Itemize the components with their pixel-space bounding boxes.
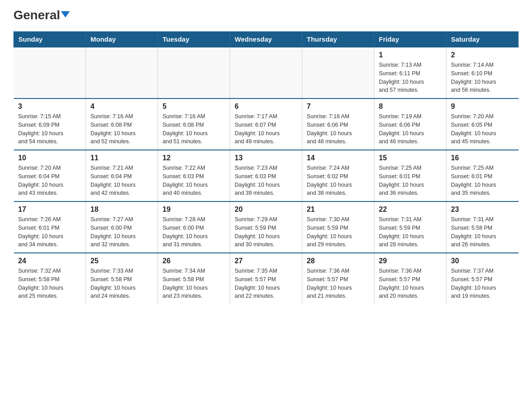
day-number: 10 bbox=[18, 154, 82, 162]
day-info: Sunrise: 7:30 AM Sunset: 5:59 PM Dayligh… bbox=[307, 215, 369, 249]
day-number: 21 bbox=[307, 206, 369, 214]
weekday-header-row: SundayMondayTuesdayWednesdayThursdayFrid… bbox=[14, 32, 519, 47]
calendar-week-row: 24Sunrise: 7:32 AM Sunset: 5:58 PM Dayli… bbox=[14, 253, 519, 304]
day-number: 22 bbox=[379, 206, 442, 214]
calendar-cell: 27Sunrise: 7:35 AM Sunset: 5:57 PM Dayli… bbox=[230, 253, 302, 304]
calendar-cell: 21Sunrise: 7:30 AM Sunset: 5:59 PM Dayli… bbox=[302, 201, 374, 253]
weekday-header-saturday: Saturday bbox=[446, 32, 519, 47]
day-info: Sunrise: 7:26 AM Sunset: 6:01 PM Dayligh… bbox=[18, 215, 82, 249]
calendar-cell: 25Sunrise: 7:33 AM Sunset: 5:58 PM Dayli… bbox=[86, 253, 158, 304]
calendar-cell bbox=[14, 47, 86, 98]
day-info: Sunrise: 7:23 AM Sunset: 6:03 PM Dayligh… bbox=[235, 164, 297, 197]
day-info: Sunrise: 7:36 AM Sunset: 5:57 PM Dayligh… bbox=[379, 267, 442, 300]
calendar-cell bbox=[302, 47, 374, 98]
weekday-header-wednesday: Wednesday bbox=[230, 32, 302, 47]
calendar-cell bbox=[158, 47, 230, 98]
day-info: Sunrise: 7:31 AM Sunset: 5:59 PM Dayligh… bbox=[379, 215, 442, 249]
day-number: 19 bbox=[163, 206, 225, 214]
calendar-cell: 14Sunrise: 7:24 AM Sunset: 6:02 PM Dayli… bbox=[302, 150, 374, 201]
calendar-week-row: 17Sunrise: 7:26 AM Sunset: 6:01 PM Dayli… bbox=[14, 201, 519, 253]
day-info: Sunrise: 7:25 AM Sunset: 6:01 PM Dayligh… bbox=[379, 164, 442, 197]
day-info: Sunrise: 7:33 AM Sunset: 5:58 PM Dayligh… bbox=[90, 267, 153, 300]
day-number: 8 bbox=[379, 103, 442, 111]
calendar-cell: 22Sunrise: 7:31 AM Sunset: 5:59 PM Dayli… bbox=[374, 201, 446, 253]
calendar-cell: 19Sunrise: 7:28 AM Sunset: 6:00 PM Dayli… bbox=[158, 201, 230, 253]
day-number: 20 bbox=[235, 206, 297, 214]
day-info: Sunrise: 7:13 AM Sunset: 6:11 PM Dayligh… bbox=[379, 61, 442, 94]
calendar-cell bbox=[86, 47, 158, 98]
day-info: Sunrise: 7:28 AM Sunset: 6:00 PM Dayligh… bbox=[163, 215, 225, 249]
day-number: 18 bbox=[90, 206, 153, 214]
day-number: 16 bbox=[451, 154, 514, 162]
day-number: 17 bbox=[18, 206, 82, 214]
day-number: 3 bbox=[18, 103, 82, 111]
day-info: Sunrise: 7:31 AM Sunset: 5:58 PM Dayligh… bbox=[451, 215, 514, 249]
page-header: General bbox=[13, 9, 519, 22]
day-info: Sunrise: 7:27 AM Sunset: 6:00 PM Dayligh… bbox=[90, 215, 153, 249]
calendar-cell: 13Sunrise: 7:23 AM Sunset: 6:03 PM Dayli… bbox=[230, 150, 302, 201]
calendar-cell: 6Sunrise: 7:17 AM Sunset: 6:07 PM Daylig… bbox=[230, 98, 302, 150]
calendar-cell: 2Sunrise: 7:14 AM Sunset: 6:10 PM Daylig… bbox=[446, 47, 519, 98]
day-number: 9 bbox=[451, 103, 514, 111]
day-number: 4 bbox=[90, 103, 153, 111]
weekday-header-friday: Friday bbox=[374, 32, 446, 47]
calendar-cell: 26Sunrise: 7:34 AM Sunset: 5:58 PM Dayli… bbox=[158, 253, 230, 304]
day-info: Sunrise: 7:36 AM Sunset: 5:57 PM Dayligh… bbox=[307, 267, 369, 300]
day-info: Sunrise: 7:20 AM Sunset: 6:04 PM Dayligh… bbox=[18, 164, 82, 197]
day-info: Sunrise: 7:35 AM Sunset: 5:57 PM Dayligh… bbox=[235, 267, 297, 300]
day-number: 7 bbox=[307, 103, 369, 111]
calendar-cell: 4Sunrise: 7:16 AM Sunset: 6:08 PM Daylig… bbox=[86, 98, 158, 150]
day-info: Sunrise: 7:25 AM Sunset: 6:01 PM Dayligh… bbox=[451, 164, 514, 197]
day-number: 5 bbox=[163, 103, 225, 111]
calendar-week-row: 10Sunrise: 7:20 AM Sunset: 6:04 PM Dayli… bbox=[14, 150, 519, 201]
day-number: 2 bbox=[451, 51, 514, 59]
day-number: 1 bbox=[379, 51, 442, 59]
calendar-cell: 18Sunrise: 7:27 AM Sunset: 6:00 PM Dayli… bbox=[86, 201, 158, 253]
day-number: 24 bbox=[18, 257, 82, 265]
calendar-cell: 7Sunrise: 7:18 AM Sunset: 6:06 PM Daylig… bbox=[302, 98, 374, 150]
day-number: 15 bbox=[379, 154, 442, 162]
day-info: Sunrise: 7:18 AM Sunset: 6:06 PM Dayligh… bbox=[307, 112, 369, 146]
calendar-cell: 23Sunrise: 7:31 AM Sunset: 5:58 PM Dayli… bbox=[446, 201, 519, 253]
calendar-cell: 20Sunrise: 7:29 AM Sunset: 5:59 PM Dayli… bbox=[230, 201, 302, 253]
day-info: Sunrise: 7:14 AM Sunset: 6:10 PM Dayligh… bbox=[451, 61, 514, 94]
calendar-week-row: 1Sunrise: 7:13 AM Sunset: 6:11 PM Daylig… bbox=[14, 47, 519, 98]
day-number: 30 bbox=[451, 257, 514, 265]
calendar-cell: 5Sunrise: 7:16 AM Sunset: 6:08 PM Daylig… bbox=[158, 98, 230, 150]
calendar-cell: 1Sunrise: 7:13 AM Sunset: 6:11 PM Daylig… bbox=[374, 47, 446, 98]
day-number: 13 bbox=[235, 154, 297, 162]
calendar-cell: 24Sunrise: 7:32 AM Sunset: 5:58 PM Dayli… bbox=[14, 253, 86, 304]
day-info: Sunrise: 7:20 AM Sunset: 6:05 PM Dayligh… bbox=[451, 112, 514, 146]
day-info: Sunrise: 7:16 AM Sunset: 6:08 PM Dayligh… bbox=[90, 112, 153, 146]
logo-triangle-icon bbox=[61, 11, 70, 17]
day-info: Sunrise: 7:29 AM Sunset: 5:59 PM Dayligh… bbox=[235, 215, 297, 249]
calendar-table: SundayMondayTuesdayWednesdayThursdayFrid… bbox=[13, 31, 519, 304]
calendar-cell: 8Sunrise: 7:19 AM Sunset: 6:06 PM Daylig… bbox=[374, 98, 446, 150]
day-number: 29 bbox=[379, 257, 442, 265]
day-info: Sunrise: 7:15 AM Sunset: 6:09 PM Dayligh… bbox=[18, 112, 82, 146]
logo-top-line: General bbox=[13, 9, 70, 21]
calendar-cell: 28Sunrise: 7:36 AM Sunset: 5:57 PM Dayli… bbox=[302, 253, 374, 304]
calendar-cell: 10Sunrise: 7:20 AM Sunset: 6:04 PM Dayli… bbox=[14, 150, 86, 201]
day-info: Sunrise: 7:32 AM Sunset: 5:58 PM Dayligh… bbox=[18, 267, 82, 300]
day-number: 12 bbox=[163, 154, 225, 162]
logo: General bbox=[13, 9, 70, 22]
day-info: Sunrise: 7:19 AM Sunset: 6:06 PM Dayligh… bbox=[379, 112, 442, 146]
calendar-cell: 30Sunrise: 7:37 AM Sunset: 5:57 PM Dayli… bbox=[446, 253, 519, 304]
logo-general-text: General bbox=[13, 8, 70, 22]
day-info: Sunrise: 7:16 AM Sunset: 6:08 PM Dayligh… bbox=[163, 112, 225, 146]
day-number: 6 bbox=[235, 103, 297, 111]
day-info: Sunrise: 7:22 AM Sunset: 6:03 PM Dayligh… bbox=[163, 164, 225, 197]
calendar-cell: 15Sunrise: 7:25 AM Sunset: 6:01 PM Dayli… bbox=[374, 150, 446, 201]
calendar-cell: 9Sunrise: 7:20 AM Sunset: 6:05 PM Daylig… bbox=[446, 98, 519, 150]
calendar-cell: 3Sunrise: 7:15 AM Sunset: 6:09 PM Daylig… bbox=[14, 98, 86, 150]
day-number: 27 bbox=[235, 257, 297, 265]
calendar-cell: 29Sunrise: 7:36 AM Sunset: 5:57 PM Dayli… bbox=[374, 253, 446, 304]
day-info: Sunrise: 7:34 AM Sunset: 5:58 PM Dayligh… bbox=[163, 267, 225, 300]
calendar-cell: 12Sunrise: 7:22 AM Sunset: 6:03 PM Dayli… bbox=[158, 150, 230, 201]
calendar-cell: 11Sunrise: 7:21 AM Sunset: 6:04 PM Dayli… bbox=[86, 150, 158, 201]
calendar-cell bbox=[230, 47, 302, 98]
weekday-header-sunday: Sunday bbox=[14, 32, 86, 47]
day-info: Sunrise: 7:24 AM Sunset: 6:02 PM Dayligh… bbox=[307, 164, 369, 197]
day-info: Sunrise: 7:17 AM Sunset: 6:07 PM Dayligh… bbox=[235, 112, 297, 146]
